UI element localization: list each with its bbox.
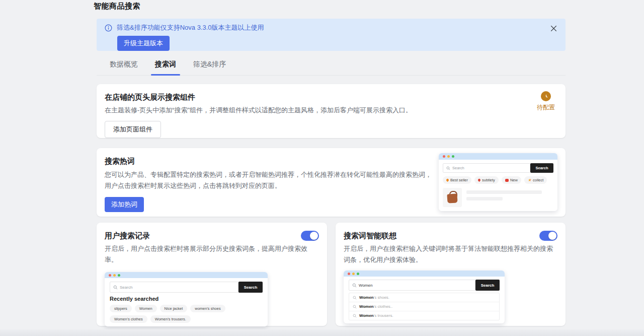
window-body: Search Search Recently searched slippers… <box>105 278 268 326</box>
recently-searched-heading: Recently searched <box>110 296 263 302</box>
search-icon <box>353 314 357 318</box>
window-body: Search Search Best seller subtlety New c… <box>439 160 557 211</box>
card-header: 用户搜索记录 <box>105 231 319 241</box>
text-placeholders <box>466 188 542 200</box>
suggestion-text: Women's shoes. <box>359 295 389 300</box>
search-icon <box>113 285 118 290</box>
tab-search-terms[interactable]: 搜索词 <box>153 55 178 75</box>
preview-search-button: Search <box>475 280 500 291</box>
hot-words-card: 搜索热词 您可以为产品、专辑配置特定的搜索热词，或者开启智能热词推荐，个性化推荐… <box>97 148 566 217</box>
history-term-pill: Women's clothes <box>110 315 147 323</box>
smart-suggest-toggle[interactable] <box>539 231 557 241</box>
search-icon <box>446 166 450 170</box>
status-badge: 待配置 <box>537 91 555 112</box>
flame-icon <box>446 178 449 182</box>
history-term-pills: slippers Women Nice jacket women's shoes… <box>110 305 263 323</box>
window-dot-yellow <box>447 155 450 158</box>
preview-search-bar: Search Search <box>443 163 553 173</box>
banner-row: 筛选&排序功能仅支持Nova 3.3.0版本主题以上使用 <box>105 24 557 32</box>
header-component-card: 在店铺的页头展示搜索组件 在主题装修-页头中添加“搜索”组件，并调整组件样式以适… <box>97 84 566 138</box>
pill-label: Best seller <box>450 178 468 182</box>
window-dot-red <box>109 274 111 277</box>
info-icon <box>105 24 112 32</box>
history-term-pill: slippers <box>110 305 132 312</box>
add-hot-word-button[interactable]: 添加热词 <box>105 197 144 212</box>
close-icon[interactable] <box>550 25 557 32</box>
window-body: Women Search Women's shoes. Women' <box>344 277 505 323</box>
window-dot-green <box>357 273 359 275</box>
hot-word-pill: subtlety <box>474 176 499 184</box>
hot-word-pill: New <box>502 176 521 184</box>
preview-search-input: Search <box>443 163 530 173</box>
product-image <box>443 188 462 207</box>
smart-suggest-card: 搜索词智能联想 开启后，用户在搜索栏输入关键词时将基于算法智能联想推荐相关的搜索… <box>336 223 566 326</box>
product-result-row <box>443 188 553 207</box>
window-dot-green <box>452 155 454 158</box>
preview-search-bar: Women Search <box>349 280 500 291</box>
window-dot-yellow <box>113 274 116 277</box>
add-page-component-button[interactable]: 添加页面组件 <box>105 121 161 138</box>
card-description: 开启后，用户在搜索栏输入关键词时将基于算法智能联想推荐相关的搜索词条，优化用户搜… <box>344 243 555 265</box>
card-title: 在店铺的页头展示搜索组件 <box>105 92 555 102</box>
bottom-card-row: 用户搜索记录 开启后，用户点击搜索栏时将展示部分历史搜索词条，提高用户搜索效率。 <box>97 223 566 326</box>
search-history-preview-window: Search Search Recently searched slippers… <box>105 272 268 326</box>
suggestion-text: Women's clothes.. <box>359 304 392 309</box>
star-icon <box>528 178 531 182</box>
notice-banner: 筛选&排序功能仅支持Nova 3.3.0版本主题以上使用 升级主题版本 <box>97 19 566 51</box>
page: 智能商品搜索 筛选&排序功能仅支持Nova 3.3.0版本主题以上使用 升级主题… <box>0 0 644 336</box>
card-description: 开启后，用户点击搜索栏时将展示部分历史搜索词条，提高用户搜索效率。 <box>105 243 319 265</box>
page-title: 智能商品搜索 <box>94 0 566 11</box>
search-icon <box>352 283 357 288</box>
search-history-toggle[interactable] <box>301 231 319 241</box>
flame-icon <box>477 178 481 182</box>
suggestion-row: Women's trousers. <box>349 311 499 320</box>
hot-words-preview-window: Search Search Best seller subtlety New c… <box>439 153 557 211</box>
preview-search-input: Search <box>110 282 238 293</box>
search-icon <box>353 296 357 300</box>
preview-search-input: Women <box>349 280 475 291</box>
pill-label: subtlety <box>482 178 495 182</box>
pill-label: collect <box>533 178 543 182</box>
status-label: 待配置 <box>537 103 555 112</box>
history-term-pill: Nice jacket <box>160 305 188 312</box>
card-title: 搜索词智能联想 <box>344 231 396 241</box>
search-history-card: 用户搜索记录 开启后，用户点击搜索栏时将展示部分历史搜索词条，提高用户搜索效率。 <box>97 223 327 326</box>
window-dot-green <box>118 274 120 277</box>
preview-search-button: Search <box>530 163 553 173</box>
window-dot-red <box>443 155 445 158</box>
history-term-pill: Women <box>135 305 157 312</box>
tab-bar: 数据概览 搜索词 筛选&排序 <box>97 55 566 76</box>
preview-search-bar: Search Search <box>110 282 263 293</box>
tab-filter-sort[interactable]: 筛选&排序 <box>191 55 228 75</box>
preview-search-placeholder: Search <box>120 285 132 290</box>
hot-word-pill: collect <box>524 176 547 184</box>
history-term-pill: Women's trousers. <box>150 315 191 323</box>
window-titlebar <box>344 271 505 277</box>
card-description: 在主题装修-页头中添加“搜索”组件，并调整组件样式以适配您的主题风格，添加后客户… <box>105 105 555 116</box>
toggle-knob <box>310 232 318 240</box>
window-dot-red <box>348 273 350 275</box>
bottom-strip <box>0 329 644 336</box>
preview-search-button: Search <box>238 282 263 293</box>
window-titlebar <box>105 272 268 278</box>
suggestion-row: Women's shoes. <box>349 293 499 302</box>
new-badge-icon <box>505 179 509 182</box>
hot-word-pill: Best seller <box>443 176 471 184</box>
main-content: 智能商品搜索 筛选&排序功能仅支持Nova 3.3.0版本主题以上使用 升级主题… <box>97 0 566 326</box>
pill-label: New <box>510 178 518 182</box>
preview-search-placeholder: Search <box>452 166 464 170</box>
card-header: 搜索词智能联想 <box>344 231 557 241</box>
suggestion-text: Women's trousers. <box>359 313 393 318</box>
upgrade-theme-button[interactable]: 升级主题版本 <box>117 36 170 51</box>
card-title: 用户搜索记录 <box>105 231 150 241</box>
window-titlebar <box>439 153 557 160</box>
clock-icon <box>541 91 551 101</box>
suggestion-row: Women's clothes.. <box>349 302 499 311</box>
toggle-knob <box>548 232 556 240</box>
card-description: 您可以为产品、专辑配置特定的搜索热词，或者开启智能热词推荐，个性化推荐潜在转化可… <box>105 169 434 191</box>
tab-data-overview[interactable]: 数据概览 <box>108 55 140 75</box>
suggestion-list: Women's shoes. Women's clothes.. Women's… <box>349 293 500 320</box>
history-term-pill: women's shoes <box>190 305 225 312</box>
hot-word-pills: Best seller subtlety New collect <box>443 176 553 184</box>
banner-text: 筛选&排序功能仅支持Nova 3.3.0版本主题以上使用 <box>117 24 264 32</box>
